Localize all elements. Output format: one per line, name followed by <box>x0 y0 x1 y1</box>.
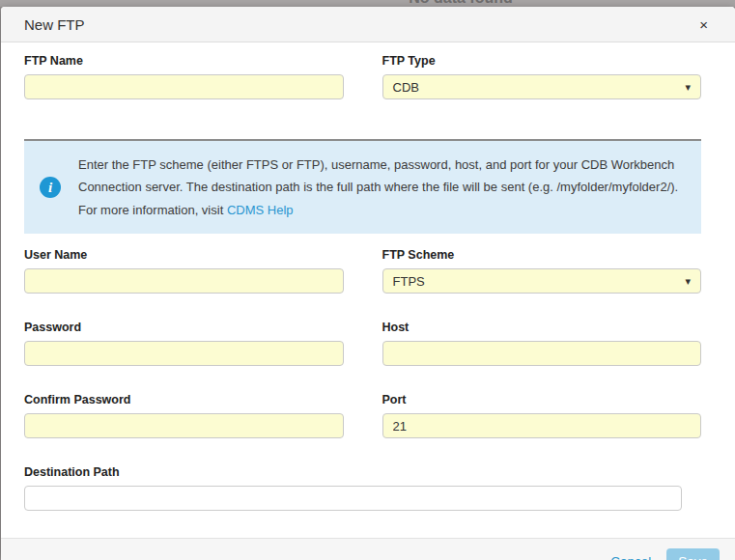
confirm-password-field-group: Confirm Password <box>24 393 344 438</box>
save-button[interactable]: Save <box>666 548 720 560</box>
ftp-type-field-group: FTP Type CDB ▾ <box>382 54 702 99</box>
password-label: Password <box>24 321 344 334</box>
chevron-down-icon: ▾ <box>685 82 691 93</box>
ftp-type-selected-value: CDB <box>393 80 419 95</box>
dialog-title: New FTP <box>24 16 85 33</box>
dialog-footer: Cancel Save <box>1 538 735 560</box>
page-behind-overlay: No data found <box>0 0 735 7</box>
destination-path-field-group: Destination Path <box>24 465 701 511</box>
host-input[interactable] <box>382 341 702 366</box>
form-row-3: Password Host <box>24 321 701 366</box>
ftp-scheme-label: FTP Scheme <box>382 248 702 262</box>
dialog-body: FTP Name FTP Type CDB ▾ i Enter the FTP … <box>1 42 735 538</box>
chevron-down-icon: ▾ <box>685 276 691 287</box>
host-label: Host <box>382 321 702 334</box>
port-field-group: Port <box>382 393 702 438</box>
ftp-name-input[interactable] <box>24 74 344 99</box>
user-name-field-group: User Name <box>24 248 344 294</box>
form-row-2: User Name FTP Scheme FTPS ▾ <box>24 248 701 294</box>
close-icon[interactable]: × <box>695 15 712 34</box>
ftp-scheme-select[interactable]: FTPS ▾ <box>382 268 702 294</box>
no-data-found-text: No data found <box>409 0 513 7</box>
confirm-password-label: Confirm Password <box>24 393 344 406</box>
port-input[interactable] <box>382 413 702 438</box>
ftp-type-select[interactable]: CDB ▾ <box>382 74 702 99</box>
ftp-scheme-selected-value: FTPS <box>393 274 425 289</box>
host-field-group: Host <box>382 321 702 366</box>
destination-path-input[interactable] <box>24 486 682 511</box>
password-field-group: Password <box>24 321 344 366</box>
ftp-name-label: FTP Name <box>24 54 344 68</box>
dialog-header: New FTP × <box>1 7 735 42</box>
form-row-5: Destination Path <box>24 465 701 511</box>
ftp-scheme-field-group: FTP Scheme FTPS ▾ <box>382 248 702 294</box>
user-name-input[interactable] <box>24 268 344 294</box>
info-text-body: Enter the FTP scheme (either FTPS or FTP… <box>78 157 678 217</box>
destination-path-label: Destination Path <box>24 465 701 479</box>
new-ftp-dialog: New FTP × FTP Name FTP Type CDB ▾ i Ente… <box>1 7 735 557</box>
info-icon: i <box>40 177 61 198</box>
info-banner-text: Enter the FTP scheme (either FTPS or FTP… <box>78 157 678 217</box>
ftp-type-label: FTP Type <box>382 54 702 68</box>
confirm-password-input[interactable] <box>24 413 344 438</box>
cancel-button[interactable]: Cancel <box>610 554 651 560</box>
cdms-help-link[interactable]: CDMS Help <box>227 203 294 217</box>
ftp-name-field-group: FTP Name <box>24 54 344 99</box>
user-name-label: User Name <box>24 248 344 262</box>
form-row-1: FTP Name FTP Type CDB ▾ <box>24 54 701 99</box>
password-input[interactable] <box>24 341 344 366</box>
form-row-4: Confirm Password Port <box>24 393 701 438</box>
port-label: Port <box>382 393 702 406</box>
info-banner: i Enter the FTP scheme (either FTPS or F… <box>24 139 701 234</box>
